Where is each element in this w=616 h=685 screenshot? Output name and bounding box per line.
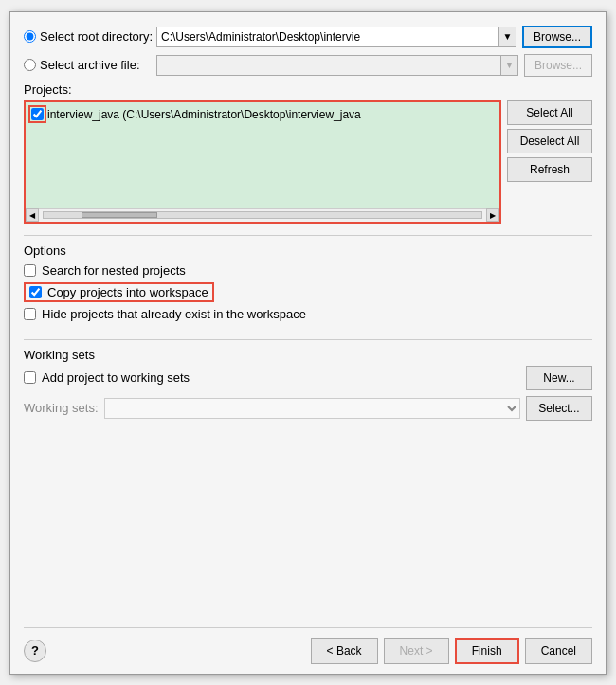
search-nested-label: Search for nested projects bbox=[42, 263, 186, 278]
finish-button[interactable]: Finish bbox=[455, 638, 519, 664]
projects-list-container: interview_java (C:\Users\Administrator\D… bbox=[24, 100, 501, 224]
search-nested-checkbox[interactable] bbox=[24, 264, 36, 277]
root-dir-label: Select root directory: bbox=[40, 29, 153, 44]
refresh-button[interactable]: Refresh bbox=[507, 157, 592, 182]
cancel-button[interactable]: Cancel bbox=[525, 638, 592, 664]
archive-dropdown-arrow[interactable]: ▼ bbox=[500, 56, 517, 75]
select-working-set-button[interactable]: Select... bbox=[526, 396, 592, 421]
back-button[interactable]: < Back bbox=[311, 638, 378, 664]
deselect-all-button[interactable]: Deselect All bbox=[507, 129, 592, 153]
working-sets-add-row: Add project to working sets New... bbox=[24, 366, 592, 390]
options-section: Options Search for nested projects Copy … bbox=[24, 243, 592, 326]
copy-projects-row: Copy projects into workspace bbox=[24, 282, 214, 302]
working-sets-section: Working sets Add project to working sets… bbox=[24, 348, 592, 421]
archive-input[interactable] bbox=[157, 57, 500, 74]
working-sets-label: Working sets bbox=[24, 348, 592, 362]
new-working-set-button[interactable]: New... bbox=[526, 366, 592, 390]
options-label: Options bbox=[24, 243, 592, 258]
list-item: interview_java (C:\Users\Administrator\D… bbox=[29, 106, 496, 123]
add-to-working-sets-checkbox[interactable] bbox=[24, 371, 36, 384]
archive-radio[interactable] bbox=[24, 59, 36, 71]
projects-buttons: Select All Deselect All Refresh bbox=[507, 100, 592, 224]
root-directory-row: Select root directory: ▼ Browse... bbox=[24, 26, 592, 48]
projects-area: interview_java (C:\Users\Administrator\D… bbox=[24, 100, 592, 224]
project-checkbox[interactable] bbox=[31, 108, 44, 120]
working-sets-select[interactable] bbox=[104, 398, 520, 419]
next-button[interactable]: Next > bbox=[384, 638, 449, 664]
browse-archive-button[interactable]: Browse... bbox=[524, 54, 592, 77]
browse-root-button[interactable]: Browse... bbox=[522, 26, 592, 48]
working-sets-input-row: Working sets: Select... bbox=[24, 396, 592, 421]
archive-label: Select archive file: bbox=[40, 58, 140, 72]
root-dir-input-container: ▼ bbox=[156, 27, 516, 47]
root-dir-radio-label[interactable]: Select root directory: bbox=[24, 29, 156, 44]
hide-existing-checkbox[interactable] bbox=[24, 308, 36, 320]
copy-projects-checkbox[interactable] bbox=[29, 286, 42, 298]
copy-projects-label: Copy projects into workspace bbox=[47, 285, 208, 299]
divider-1 bbox=[24, 235, 592, 236]
project-name: interview_java (C:\Users\Administrator\D… bbox=[47, 108, 361, 121]
scrollbar-area: ◀ ▶ bbox=[26, 208, 499, 222]
help-button[interactable]: ? bbox=[24, 640, 46, 662]
projects-label: Projects: bbox=[24, 82, 592, 97]
add-to-working-sets-label: Add project to working sets bbox=[42, 370, 190, 385]
divider-2 bbox=[24, 339, 592, 340]
archive-file-row: Select archive file: ▼ Browse... bbox=[24, 54, 592, 77]
root-dir-radio[interactable] bbox=[24, 30, 36, 43]
select-all-button[interactable]: Select All bbox=[507, 100, 592, 125]
projects-list: interview_java (C:\Users\Administrator\D… bbox=[26, 102, 499, 208]
scrollbar-track bbox=[43, 211, 482, 219]
scroll-left-arrow[interactable]: ◀ bbox=[26, 208, 39, 222]
hide-existing-label: Hide projects that already exist in the … bbox=[42, 307, 306, 321]
working-sets-field-label: Working sets: bbox=[24, 401, 99, 415]
hide-existing-row: Hide projects that already exist in the … bbox=[24, 305, 592, 323]
footer-buttons: < Back Next > Finish Cancel bbox=[311, 638, 592, 664]
archive-input-container: ▼ bbox=[156, 55, 518, 76]
root-dir-dropdown-arrow[interactable]: ▼ bbox=[498, 27, 516, 46]
scrollbar-thumb[interactable] bbox=[82, 212, 157, 218]
search-nested-row: Search for nested projects bbox=[24, 261, 592, 279]
archive-radio-label[interactable]: Select archive file: bbox=[24, 58, 156, 72]
import-dialog: Select root directory: ▼ Browse... Selec… bbox=[9, 11, 607, 675]
root-dir-input[interactable] bbox=[157, 28, 498, 45]
footer: ? < Back Next > Finish Cancel bbox=[24, 627, 592, 674]
scroll-right-arrow[interactable]: ▶ bbox=[486, 208, 499, 222]
